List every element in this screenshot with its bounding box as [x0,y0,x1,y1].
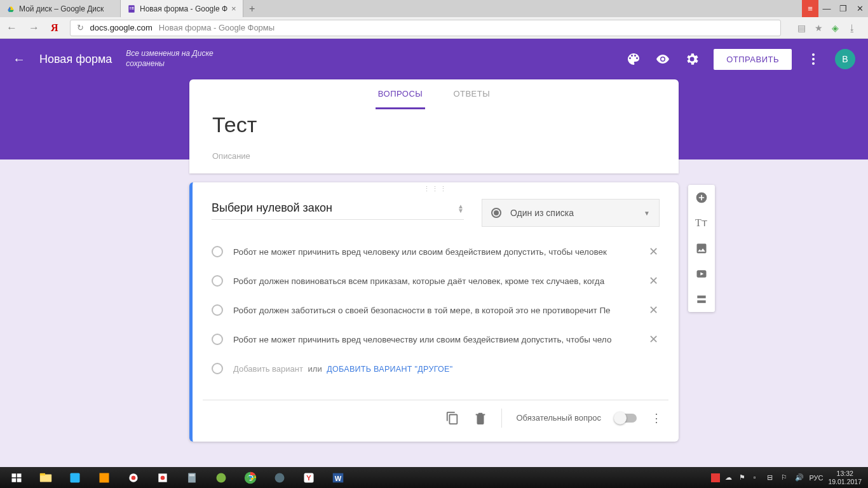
taskbar-explorer-icon[interactable] [32,469,60,487]
star-icon[interactable]: ★ [815,23,823,33]
option-input[interactable]: Робот должен заботиться о своей безопасн… [233,306,637,315]
taskbar-word-icon[interactable]: W [324,469,352,487]
send-button[interactable]: ОТПРАВИТЬ [714,49,792,70]
remove-option-icon[interactable]: ✕ [647,245,660,259]
taskbar-yandex-icon[interactable]: Y [295,469,323,487]
side-toolbar: Tᴛ [688,185,715,312]
start-button[interactable] [3,469,31,487]
tray-language[interactable]: РУС [809,474,823,482]
close-tab-icon[interactable]: × [231,4,236,13]
settings-icon[interactable] [684,51,700,67]
browser-address-bar: ← → Я ↻ docs.google.com Новая форма - Go… [0,17,868,39]
drag-handle-icon[interactable]: ⋮⋮⋮ [193,182,679,195]
option-row: Робот не может причинить вред человеку и… [212,237,660,266]
taskbar-app-icon[interactable] [61,469,89,487]
tray-icon[interactable]: ☁ [725,473,734,482]
radio-icon [212,275,223,287]
app-header: ← Новая форма Все изменения на Диске сох… [0,39,868,79]
add-image-button[interactable] [695,242,708,255]
tab-label: Новая форма - Google Ф [140,4,227,13]
tab-responses[interactable]: ОТВЕТЫ [451,80,492,109]
delete-button[interactable] [473,411,487,425]
option-input[interactable]: Робот должен повиноваться всем приказам,… [233,276,637,286]
new-tab-button[interactable]: + [243,0,261,17]
svg-rect-18 [12,478,17,482]
window-maximize-button[interactable]: ❐ [835,0,851,17]
radio-icon [212,246,223,257]
taskbar-app-icon[interactable] [149,469,177,487]
required-toggle[interactable] [615,414,637,423]
downloads-icon[interactable]: ⭳ [848,23,857,33]
svg-point-27 [161,475,165,480]
tray-flag-icon[interactable]: ⚐ [781,473,790,482]
add-option-button[interactable]: Добавить вариант [233,364,303,374]
form-name[interactable]: Новая форма [39,53,112,66]
url-field[interactable]: ↻ docs.google.com Новая форма - Google Ф… [70,20,781,36]
adblock-icon[interactable]: ◈ [832,23,839,33]
svg-text:Y: Y [306,473,311,482]
question-title-input[interactable]: Выбери нулевой закон ▲▼ [212,199,464,220]
svg-rect-17 [17,473,22,477]
more-icon[interactable] [806,51,821,67]
svg-rect-7 [132,8,134,9]
svg-rect-21 [40,473,45,475]
tray-icon[interactable]: ⊟ [767,473,776,482]
remove-option-icon[interactable]: ✕ [647,303,660,317]
palette-icon[interactable] [626,51,641,67]
svg-text:W: W [335,474,342,482]
window-close-button[interactable]: ✕ [851,0,868,17]
svg-rect-16 [12,473,17,477]
preview-icon[interactable] [655,51,670,67]
question-title-text: Выбери нулевой закон [212,201,332,215]
add-section-button[interactable] [695,293,708,306]
save-status: Все изменения на Диске сохранены [126,49,213,69]
tray-clock[interactable]: 13:32 19.01.2017 [828,470,862,485]
remove-option-icon[interactable]: ✕ [647,274,660,288]
tray-adobe-icon[interactable] [711,473,720,482]
tray-network-icon[interactable]: ▫ [753,473,762,482]
add-video-button[interactable] [695,268,708,280]
nav-back-button[interactable]: ← [6,22,17,34]
taskbar-calc-icon[interactable] [178,469,206,487]
form-description-input[interactable]: Описание [189,137,679,161]
option-row: Робот не может причинить вред человечест… [212,325,660,354]
remove-option-icon[interactable]: ✕ [647,332,660,346]
browser-menu-button[interactable]: ≡ [802,0,818,17]
url-title: Новая форма - Google Формы [159,23,275,32]
taskbar-app-icon[interactable] [207,469,235,487]
form-title-input[interactable]: Тест [189,110,679,137]
question-type-label: Один из списка [510,208,574,218]
tray-icon[interactable]: ⚑ [739,473,748,482]
svg-rect-15 [697,301,705,303]
taskbar-app-icon[interactable] [90,469,118,487]
reload-icon[interactable]: ↻ [77,23,84,32]
add-title-button[interactable]: Tᴛ [695,217,708,229]
question-card: ⋮⋮⋮ Выбери нулевой закон ▲▼ Один из спис… [189,182,679,442]
system-tray: ☁ ⚑ ▫ ⊟ ⚐ 🔊 РУС 13:32 19.01.2017 [711,470,865,485]
duplicate-button[interactable] [445,411,459,425]
option-input[interactable]: Робот не может причинить вред человеку и… [233,247,637,257]
svg-rect-29 [189,474,194,476]
tray-volume-icon[interactable]: 🔊 [795,473,804,482]
question-more-icon[interactable]: ⋮ [651,411,662,425]
stepper-icon[interactable]: ▲▼ [458,204,464,213]
bookmark-icon[interactable]: ▤ [797,23,806,33]
forms-icon [127,4,136,13]
add-question-button[interactable] [695,191,708,204]
back-button[interactable]: ← [13,52,25,67]
svg-rect-19 [17,478,22,482]
taskbar-app-icon[interactable] [119,469,147,487]
yandex-logo-icon[interactable]: Я [51,22,58,34]
svg-point-25 [132,475,136,480]
browser-tab-drive[interactable]: Мой диск – Google Диск [0,0,121,17]
tab-questions[interactable]: ВОПРОСЫ [376,80,426,109]
account-avatar[interactable]: В [835,49,855,69]
taskbar-app-icon[interactable] [266,469,294,487]
question-type-select[interactable]: Один из списка ▼ [482,199,660,227]
add-other-button[interactable]: ДОБАВИТЬ ВАРИАНТ "ДРУГОЕ" [327,365,452,374]
nav-forward-button[interactable]: → [29,22,39,34]
taskbar-chrome-icon[interactable] [236,469,264,487]
window-minimize-button[interactable]: — [818,0,835,17]
browser-tab-forms[interactable]: Новая форма - Google Ф × [121,0,243,17]
option-input[interactable]: Робот не может причинить вред человечест… [233,335,637,344]
